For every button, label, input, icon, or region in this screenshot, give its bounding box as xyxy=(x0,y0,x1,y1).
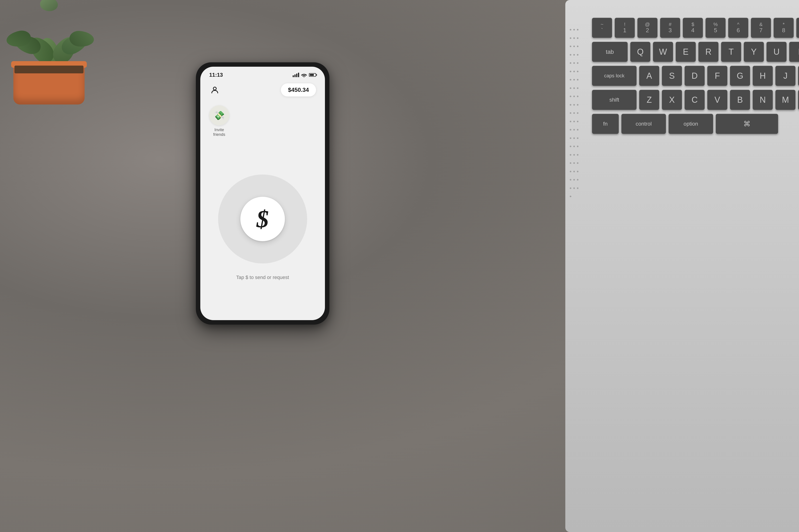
succulent-plant xyxy=(0,0,116,104)
key-fn[interactable]: fn xyxy=(592,114,619,134)
key-j[interactable]: J xyxy=(776,66,796,86)
speaker-dot xyxy=(573,54,575,56)
key-control[interactable]: control xyxy=(621,114,666,134)
speaker-dot xyxy=(570,121,571,122)
app-header: $450.34 xyxy=(200,79,325,99)
key-i[interactable]: I xyxy=(789,42,799,62)
invite-section: 💸 Invite friends xyxy=(200,99,325,144)
speaker-dot xyxy=(573,88,575,89)
key-w[interactable]: W xyxy=(653,42,673,62)
speaker-dot xyxy=(570,71,571,72)
speaker-dot xyxy=(577,79,578,80)
speaker-dot xyxy=(570,112,571,114)
speaker-dot xyxy=(573,162,575,164)
key-f[interactable]: F xyxy=(707,66,727,86)
key-u[interactable]: U xyxy=(766,42,786,62)
keyboard-row-2: tab Q W E R T Y xyxy=(592,42,786,62)
key-q[interactable]: Q xyxy=(630,42,650,62)
speaker-dot xyxy=(570,179,571,180)
speaker-dot xyxy=(577,104,578,106)
balance-amount: $450.34 xyxy=(288,87,309,93)
key-6[interactable]: ^ 6 xyxy=(728,18,748,38)
battery-icon xyxy=(309,73,316,77)
key-8[interactable]: * 8 xyxy=(774,18,794,38)
speaker-dot xyxy=(573,104,575,106)
key-4[interactable]: $ 4 xyxy=(683,18,703,38)
speaker-dot xyxy=(573,62,575,64)
key-c[interactable]: C xyxy=(685,90,705,110)
speaker-dot xyxy=(573,187,575,189)
key-e[interactable]: E xyxy=(676,42,696,62)
speaker-dot xyxy=(570,96,571,97)
speaker-dot xyxy=(577,88,578,89)
key-capslock[interactable]: caps lock xyxy=(592,66,637,86)
keyboard-row-3: caps lock A S D F G H xyxy=(592,66,786,86)
speaker-dot xyxy=(570,154,571,156)
key-s[interactable]: S xyxy=(662,66,682,86)
key-a[interactable]: A xyxy=(639,66,659,86)
key-1[interactable]: ! 1 xyxy=(615,18,635,38)
key-t[interactable]: T xyxy=(721,42,741,62)
key-m[interactable]: M xyxy=(776,90,796,110)
speaker-dot xyxy=(577,37,578,39)
key-n[interactable]: N xyxy=(753,90,773,110)
key-3[interactable]: # 3 xyxy=(660,18,680,38)
key-comma[interactable]: < , xyxy=(798,90,799,110)
key-tab[interactable]: tab xyxy=(592,42,628,62)
speaker-grill xyxy=(567,27,577,205)
key-v[interactable]: V xyxy=(707,90,727,110)
svg-point-0 xyxy=(213,87,216,90)
key-5[interactable]: % 5 xyxy=(706,18,726,38)
speaker-dot xyxy=(570,196,571,197)
speaker-dot xyxy=(573,146,575,147)
speaker-dot xyxy=(570,62,571,64)
key-shift[interactable]: shift xyxy=(592,90,637,110)
balance-display[interactable]: $450.34 xyxy=(281,83,316,96)
speaker-dot xyxy=(573,137,575,139)
speaker-dot xyxy=(573,37,575,39)
pot xyxy=(13,64,85,104)
main-area: $ Tap $ to send or request xyxy=(200,144,325,320)
key-2[interactable]: @ 2 xyxy=(637,18,657,38)
key-7[interactable]: & 7 xyxy=(751,18,771,38)
key-option[interactable]: option xyxy=(669,114,713,134)
key-command[interactable]: ⌘ xyxy=(716,114,778,134)
speaker-dot xyxy=(577,54,578,56)
key-g[interactable]: G xyxy=(730,66,750,86)
speaker-dot xyxy=(577,146,578,147)
speaker-dot xyxy=(577,171,578,172)
speaker-dot xyxy=(570,88,571,89)
speaker-dot xyxy=(577,121,578,122)
key-y[interactable]: Y xyxy=(744,42,764,62)
speaker-dot xyxy=(573,154,575,156)
key-x[interactable]: X xyxy=(662,90,682,110)
speaker-dot xyxy=(570,104,571,106)
key-r[interactable]: R xyxy=(698,42,719,62)
speaker-dot xyxy=(573,29,575,31)
phone-app: 11:13 xyxy=(200,67,325,320)
signal-bars xyxy=(293,73,299,77)
speaker-dot xyxy=(570,146,571,147)
key-k[interactable]: K xyxy=(798,66,799,86)
invite-friends-button[interactable]: 💸 xyxy=(209,106,229,126)
speaker-dot xyxy=(570,129,571,131)
key-backtick[interactable]: ~ ` xyxy=(592,18,612,38)
invite-emoji: 💸 xyxy=(214,110,225,121)
key-z[interactable]: Z xyxy=(639,90,659,110)
status-icons xyxy=(293,73,316,77)
key-b[interactable]: B xyxy=(730,90,750,110)
invite-label: Invite friends xyxy=(209,128,229,137)
profile-button[interactable] xyxy=(209,84,220,96)
key-d[interactable]: D xyxy=(685,66,705,86)
key-9[interactable]: ( 9 xyxy=(796,18,799,38)
speaker-dot xyxy=(573,45,575,47)
speaker-dot xyxy=(570,79,571,80)
speaker-dot xyxy=(577,187,578,189)
speaker-dot xyxy=(570,171,571,172)
dollar-button[interactable]: $ xyxy=(240,197,285,241)
status-time: 11:13 xyxy=(209,72,223,78)
key-h[interactable]: H xyxy=(753,66,773,86)
laptop-body: ~ ` ! 1 @ 2 # 3 $ 4 xyxy=(565,0,799,532)
outer-circle: $ xyxy=(218,174,307,263)
keyboard-area: ~ ` ! 1 @ 2 # 3 $ 4 xyxy=(579,0,799,532)
